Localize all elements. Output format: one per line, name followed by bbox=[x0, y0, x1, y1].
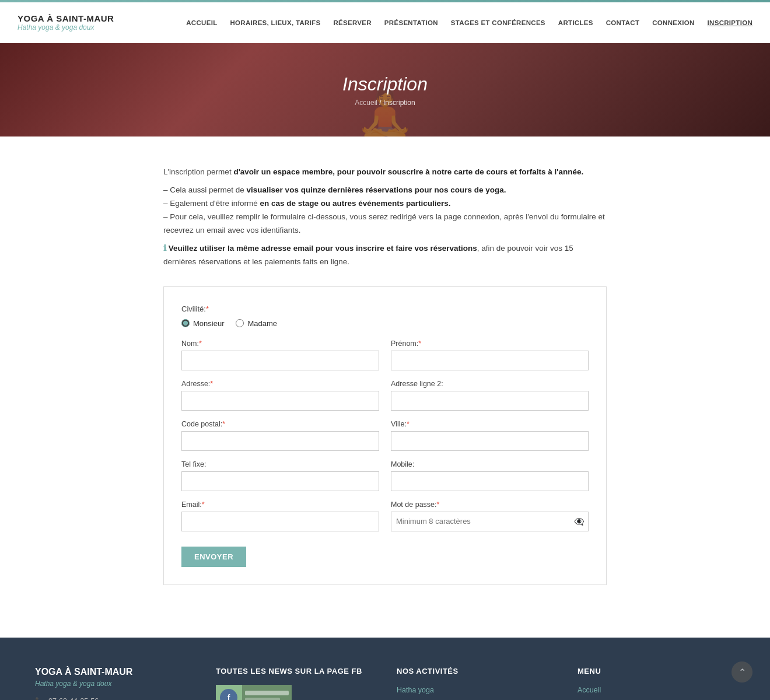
mobile-input[interactable] bbox=[391, 471, 589, 491]
breadcrumb-sep: / bbox=[377, 99, 383, 107]
email-password-row: Email:* Mot de passe:* 👁‍🗨 bbox=[181, 501, 589, 531]
civilite-label: Civilité:* bbox=[181, 304, 589, 313]
email-field: Email:* bbox=[181, 501, 379, 531]
main-nav: ACCUEIL HORAIRES, LIEUX, TARIFS RÉSERVER… bbox=[186, 19, 752, 26]
intro-paragraph-2: – Cela aussi permet de visualiser vos qu… bbox=[163, 184, 607, 197]
radio-monsieur[interactable]: Monsieur bbox=[181, 319, 224, 328]
footer-col-logo: YOGA À SAINT-MAUR Hatha yoga & yoga doux… bbox=[35, 667, 192, 700]
phone-icon: 📞 bbox=[35, 697, 44, 700]
adresse-row: Adresse:* Adresse ligne 2: bbox=[181, 380, 589, 411]
radio-madame-input[interactable] bbox=[236, 319, 244, 327]
telfixe-input[interactable] bbox=[181, 471, 379, 491]
mobile-field: Mobile: bbox=[391, 460, 589, 491]
footer-fb-image[interactable]: f bbox=[216, 685, 292, 700]
fb-thumbnail-svg: f bbox=[216, 685, 292, 700]
intro-text: L'inscription permet d'avoir un espace m… bbox=[163, 166, 607, 269]
hero-section: 🧘 Inscription Accueil / Inscription bbox=[0, 43, 770, 136]
footer-menu-0: Accueil bbox=[578, 685, 735, 694]
intro-paragraph-1: L'inscription permet d'avoir un espace m… bbox=[163, 166, 607, 179]
nom-field: Nom:* bbox=[181, 340, 379, 370]
footer-logo-title: YOGA À SAINT-MAUR bbox=[35, 667, 192, 677]
main-content: L'inscription permet d'avoir un espace m… bbox=[0, 136, 770, 638]
intro-warning: ℹ Veuillez utiliser la même adresse emai… bbox=[163, 242, 607, 269]
radio-madame[interactable]: Madame bbox=[236, 319, 277, 328]
tel-row: Tel fixe: Mobile: bbox=[181, 460, 589, 491]
ville-field: Ville:* bbox=[391, 420, 589, 451]
prenom-field: Prénom:* bbox=[391, 340, 589, 370]
footer-phone: 📞 07-69-44-25-56 bbox=[35, 697, 192, 700]
footer-menu-link-0[interactable]: Accueil bbox=[578, 686, 601, 694]
content-area: L'inscription permet d'avoir un espace m… bbox=[152, 136, 618, 638]
nom-prenom-row: Nom:* Prénom:* bbox=[181, 340, 589, 370]
codepostal-input[interactable] bbox=[181, 431, 379, 451]
logo: YOGA À SAINT-MAUR Hatha yoga & yoga doux bbox=[18, 13, 114, 32]
adresse-label: Adresse:* bbox=[181, 380, 379, 388]
codepostal-ville-row: Code postal:* Ville:* bbox=[181, 420, 589, 451]
intro-paragraph-3: – Egalement d'être informé en cas de sta… bbox=[163, 197, 607, 211]
codepostal-field: Code postal:* bbox=[181, 420, 379, 451]
nav-horaires[interactable]: HORAIRES, LIEUX, TARIFS bbox=[230, 19, 320, 26]
footer-col-activities: NOS ACTIVITÉS Hatha yoga Yoga doux Silam… bbox=[397, 667, 554, 700]
breadcrumb-home[interactable]: Accueil bbox=[355, 99, 377, 107]
prenom-input[interactable] bbox=[391, 351, 589, 370]
footer-activity-1: Yoga doux bbox=[397, 698, 554, 700]
password-input[interactable] bbox=[391, 512, 589, 531]
nav-connexion[interactable]: CONNEXION bbox=[652, 19, 694, 26]
svg-rect-6 bbox=[245, 698, 280, 700]
nav-stages[interactable]: STAGES ET CONFÉRENCES bbox=[451, 19, 545, 26]
adresse-field: Adresse:* bbox=[181, 380, 379, 411]
intro-paragraph-4: – Pour cela, veuillez remplir le formula… bbox=[163, 211, 607, 237]
nav-presentation[interactable]: PRÉSENTATION bbox=[384, 19, 438, 26]
footer-fb-title: TOUTES LES NEWS SUR LA PAGE FB bbox=[216, 667, 373, 676]
nav-articles[interactable]: ARTICLES bbox=[558, 19, 593, 26]
footer-menu-title: MENU bbox=[578, 667, 735, 676]
mobile-label: Mobile: bbox=[391, 460, 589, 468]
breadcrumb: Accueil / Inscription bbox=[355, 99, 415, 107]
codepostal-label: Code postal:* bbox=[181, 420, 379, 428]
prenom-label: Prénom:* bbox=[391, 340, 589, 348]
breadcrumb-current: Inscription bbox=[383, 99, 415, 107]
nav-accueil[interactable]: ACCUEIL bbox=[186, 19, 217, 26]
registration-form: Civilité:* Monsieur Madame Nom:* bbox=[181, 304, 589, 567]
adresse2-label: Adresse ligne 2: bbox=[391, 380, 589, 388]
footer-activities-title: NOS ACTIVITÉS bbox=[397, 667, 554, 676]
footer-col-menu: MENU Accueil Horaires, lieux, tarifs Rés… bbox=[578, 667, 735, 700]
nav-reserver[interactable]: RÉSERVER bbox=[333, 19, 371, 26]
telfixe-label: Tel fixe: bbox=[181, 460, 379, 468]
footer-activities-list: Hatha yoga Yoga doux Silambam Stages/con… bbox=[397, 685, 554, 700]
password-field: Mot de passe:* 👁‍🗨 bbox=[391, 501, 589, 531]
toggle-password-icon[interactable]: 👁‍🗨 bbox=[574, 517, 584, 526]
footer-activity-0: Hatha yoga bbox=[397, 685, 554, 694]
footer-grid: YOGA À SAINT-MAUR Hatha yoga & yoga doux… bbox=[35, 667, 735, 700]
ville-label: Ville:* bbox=[391, 420, 589, 428]
adresse-input[interactable] bbox=[181, 391, 379, 411]
ville-input[interactable] bbox=[391, 431, 589, 451]
footer-logo-sub: Hatha yoga & yoga doux bbox=[35, 680, 192, 688]
email-input[interactable] bbox=[181, 512, 379, 531]
svg-rect-5 bbox=[245, 691, 289, 695]
footer-menu-1: Horaires, lieux, tarifs bbox=[578, 698, 735, 700]
footer-col-fb: TOUTES LES NEWS SUR LA PAGE FB f bbox=[216, 667, 373, 700]
header: YOGA À SAINT-MAUR Hatha yoga & yoga doux… bbox=[0, 2, 770, 43]
radio-monsieur-input[interactable] bbox=[181, 319, 190, 327]
nav-inscription[interactable]: INSCRIPTION bbox=[708, 19, 752, 26]
footer-activity-link-0[interactable]: Hatha yoga bbox=[397, 686, 434, 694]
logo-title: YOGA À SAINT-MAUR bbox=[18, 13, 114, 23]
telfixe-field: Tel fixe: bbox=[181, 460, 379, 491]
nav-contact[interactable]: CONTACT bbox=[606, 19, 639, 26]
footer-menu-list: Accueil Horaires, lieux, tarifs Réserver… bbox=[578, 685, 735, 700]
email-label: Email:* bbox=[181, 501, 379, 509]
footer: YOGA À SAINT-MAUR Hatha yoga & yoga doux… bbox=[0, 638, 770, 700]
registration-form-container: Civilité:* Monsieur Madame Nom:* bbox=[163, 286, 607, 585]
password-label: Mot de passe:* bbox=[391, 501, 589, 509]
password-wrapper: 👁‍🗨 bbox=[391, 512, 589, 531]
civilite-radio-group: Monsieur Madame bbox=[181, 319, 589, 328]
scroll-top-button[interactable]: ⌃ bbox=[732, 662, 752, 682]
nom-input[interactable] bbox=[181, 351, 379, 370]
hero-silhouette: 🧘 bbox=[356, 90, 414, 136]
submit-button[interactable]: ENVOYER bbox=[181, 547, 246, 567]
hero-title: Inscription bbox=[342, 74, 428, 95]
adresse2-field: Adresse ligne 2: bbox=[391, 380, 589, 411]
adresse2-input[interactable] bbox=[391, 391, 589, 411]
nom-label: Nom:* bbox=[181, 340, 379, 348]
